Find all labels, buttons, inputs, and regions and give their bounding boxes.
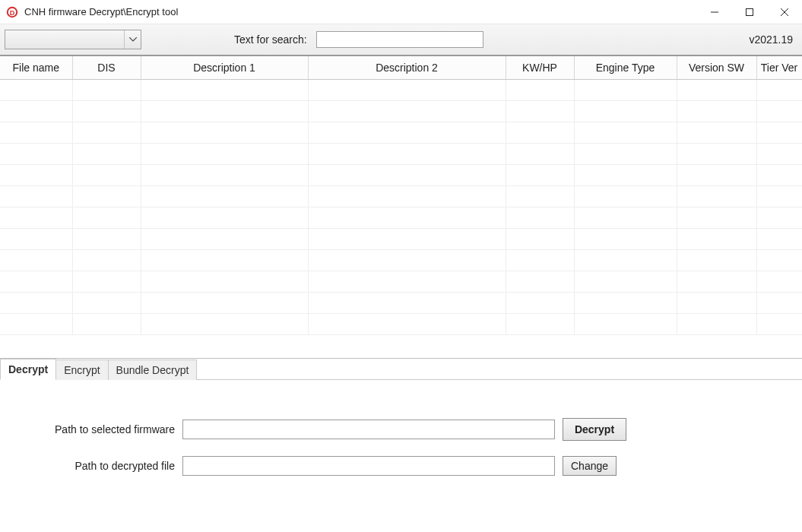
table-cell xyxy=(0,207,72,228)
table-cell xyxy=(308,271,506,292)
table-cell xyxy=(756,292,802,313)
tab-encrypt[interactable]: Encrypt xyxy=(56,359,108,380)
table-cell xyxy=(0,122,72,143)
table-cell xyxy=(141,249,308,271)
table-cell xyxy=(677,122,756,143)
column-header[interactable]: Tier Ver xyxy=(756,56,802,79)
table-row[interactable] xyxy=(0,143,802,164)
table-row[interactable] xyxy=(0,313,802,334)
table-cell xyxy=(0,143,72,164)
table-row[interactable] xyxy=(0,249,802,271)
decrypt-button[interactable]: Decrypt xyxy=(563,418,626,441)
table-cell xyxy=(308,228,506,249)
minimize-button[interactable] xyxy=(697,0,732,24)
table-cell xyxy=(574,100,677,122)
maximize-button[interactable] xyxy=(732,0,767,24)
column-header[interactable]: Engine Type xyxy=(574,56,677,79)
table-cell xyxy=(141,185,308,207)
table-cell xyxy=(308,313,506,334)
column-header[interactable]: Version SW xyxy=(677,56,756,79)
search-input[interactable] xyxy=(316,31,483,48)
filter-combobox[interactable] xyxy=(5,30,141,49)
path-decrypted-input[interactable] xyxy=(182,456,555,476)
table-row[interactable] xyxy=(0,185,802,207)
column-header[interactable]: DIS xyxy=(72,56,141,79)
table-cell xyxy=(574,271,677,292)
table-cell xyxy=(756,271,802,292)
firmware-table[interactable]: File nameDISDescription 1Description 2KW… xyxy=(0,56,802,335)
table-cell xyxy=(0,185,72,207)
table-cell xyxy=(677,79,756,100)
column-header[interactable]: File name xyxy=(0,56,72,79)
column-header[interactable]: KW/HP xyxy=(506,56,574,79)
column-header[interactable]: Description 2 xyxy=(308,56,506,79)
table-cell xyxy=(141,79,308,100)
table-row[interactable] xyxy=(0,292,802,313)
search-label: Text for search: xyxy=(234,33,307,46)
table-row[interactable] xyxy=(0,164,802,185)
table-cell xyxy=(0,228,72,249)
table-cell xyxy=(308,164,506,185)
table-cell xyxy=(574,313,677,334)
table-row[interactable] xyxy=(0,228,802,249)
table-row[interactable] xyxy=(0,122,802,143)
table-cell xyxy=(506,249,574,271)
table-cell xyxy=(72,271,141,292)
table-cell xyxy=(756,249,802,271)
table-cell xyxy=(574,185,677,207)
table-cell xyxy=(506,143,574,164)
table-cell xyxy=(506,185,574,207)
change-button[interactable]: Change xyxy=(563,456,617,476)
table-cell xyxy=(756,79,802,100)
tab-decrypt[interactable]: Decrypt xyxy=(0,359,56,380)
table-cell xyxy=(72,207,141,228)
column-header[interactable]: Description 1 xyxy=(141,56,308,79)
table-cell xyxy=(0,79,72,100)
table-cell xyxy=(677,164,756,185)
tab-bundle-decrypt[interactable]: Bundle Decrypt xyxy=(109,359,198,380)
table-cell xyxy=(72,122,141,143)
table-cell xyxy=(72,313,141,334)
table-cell xyxy=(506,292,574,313)
table-cell xyxy=(756,207,802,228)
table-cell xyxy=(574,164,677,185)
table-cell xyxy=(141,122,308,143)
table-cell xyxy=(677,249,756,271)
table-cell xyxy=(308,100,506,122)
table-cell xyxy=(141,100,308,122)
path-firmware-row: Path to selected firmware Decrypt xyxy=(30,418,772,441)
table-cell xyxy=(756,122,802,143)
table-cell xyxy=(756,228,802,249)
tab-strip: DecryptEncryptBundle Decrypt xyxy=(0,359,802,380)
table-cell xyxy=(677,271,756,292)
table-cell xyxy=(506,207,574,228)
table-cell xyxy=(677,207,756,228)
table-cell xyxy=(308,292,506,313)
table-cell xyxy=(72,79,141,100)
table-cell xyxy=(72,185,141,207)
table-cell xyxy=(72,249,141,271)
table-row[interactable] xyxy=(0,100,802,122)
table-cell xyxy=(0,313,72,334)
table-cell xyxy=(677,143,756,164)
table-cell xyxy=(574,249,677,271)
table-row[interactable] xyxy=(0,79,802,100)
table-row[interactable] xyxy=(0,271,802,292)
table-cell xyxy=(574,292,677,313)
svg-rect-3 xyxy=(747,8,753,15)
table-cell xyxy=(506,79,574,100)
table-cell xyxy=(756,313,802,334)
path-decrypted-label: Path to decrypted file xyxy=(30,460,182,472)
table-cell xyxy=(141,207,308,228)
table-cell xyxy=(506,313,574,334)
table-cell xyxy=(72,292,141,313)
table-cell xyxy=(141,292,308,313)
table-cell xyxy=(506,228,574,249)
close-button[interactable] xyxy=(767,0,802,24)
table-cell xyxy=(72,100,141,122)
table-cell xyxy=(506,122,574,143)
path-firmware-input[interactable] xyxy=(182,420,555,439)
path-decrypted-row: Path to decrypted file Change xyxy=(30,456,772,476)
table-cell xyxy=(677,292,756,313)
table-row[interactable] xyxy=(0,207,802,228)
